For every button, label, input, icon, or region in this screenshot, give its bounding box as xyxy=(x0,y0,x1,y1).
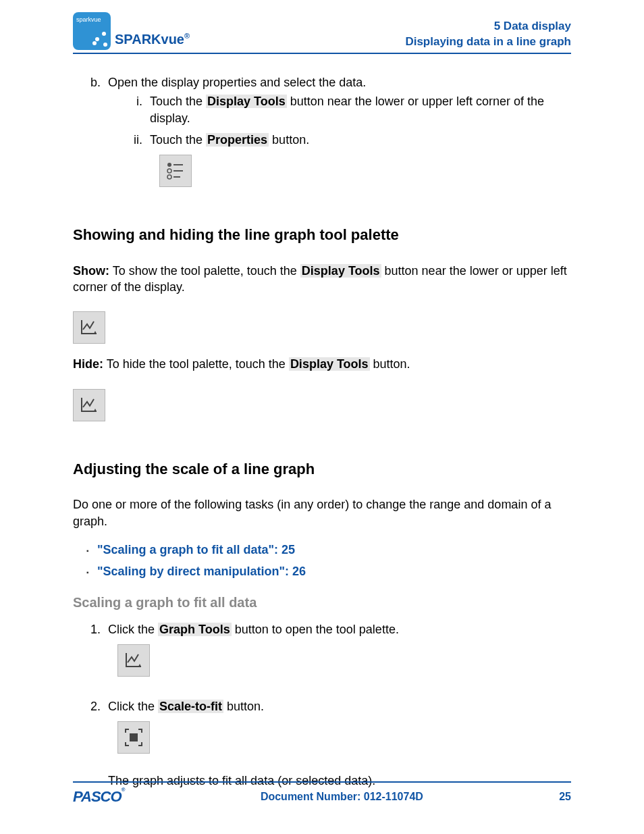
s1-post: button to open the tool palette. xyxy=(232,623,399,636)
page-number: 25 xyxy=(559,789,571,804)
header-titles: 5 Data display Displaying data in a line… xyxy=(405,19,571,50)
logo-text: sparkvue xyxy=(76,16,101,23)
xref-item-1: "Scaling a graph to fit all data": 25 xyxy=(86,542,571,558)
step-b-text: Open the display properties and select t… xyxy=(108,76,366,89)
brand-block: sparkvue SPARKvue® xyxy=(73,12,190,50)
document-number: Document Number: 012-11074D xyxy=(261,789,423,804)
hide-pre: To hide the tool palette, touch the xyxy=(103,357,289,371)
section-adjust-scale-title: Adjusting the scale of a line graph xyxy=(73,459,571,479)
page-content: Open the display properties and select t… xyxy=(73,74,571,789)
s1-pre: Click the xyxy=(108,623,158,636)
chapter-title: 5 Data display xyxy=(405,19,571,34)
subsection-scaling-fit: Scaling a graph to fit all data xyxy=(73,594,571,612)
scaling-step-2: Click the Scale-to-fit button. The graph… xyxy=(104,698,571,789)
xref-link-scaling-direct[interactable]: "Scaling by direct manipulation": 26 xyxy=(97,565,306,578)
step-b-sublist: Touch the Display Tools button near the … xyxy=(108,93,571,199)
brand-sup: ® xyxy=(184,32,190,40)
scaling-steps: Click the Graph Tools button to open the… xyxy=(73,621,571,789)
page-footer: PASCO® Document Number: 012-11074D 25 xyxy=(73,781,571,807)
sparkvue-logo-icon: sparkvue xyxy=(73,12,111,50)
s2-pre: Click the xyxy=(108,700,158,713)
show-paragraph: Show: To show the tool palette, touch th… xyxy=(73,263,571,296)
step-b-ii: Touch the Properties button. xyxy=(146,132,571,199)
svg-point-0 xyxy=(167,163,171,167)
xref-link-scaling-fit[interactable]: "Scaling a graph to fit all data": 25 xyxy=(97,543,295,556)
scale-to-fit-label: Scale-to-fit xyxy=(158,700,223,713)
properties-label: Properties xyxy=(206,133,269,147)
display-tools-label: Display Tools xyxy=(206,95,287,108)
brand-name-text: SPARKvue xyxy=(115,32,184,47)
hide-paragraph: Hide: To hide the tool palette, touch th… xyxy=(73,356,571,372)
adjust-intro: Do one or more of the following tasks (i… xyxy=(73,496,571,529)
svg-point-4 xyxy=(167,175,171,179)
scale-to-fit-icon xyxy=(117,721,150,754)
display-tools-label-2: Display Tools xyxy=(300,264,381,278)
step-b: Open the display properties and select t… xyxy=(104,74,571,199)
svg-point-2 xyxy=(167,169,171,173)
pasco-logo-text: PASCO xyxy=(73,788,122,805)
show-label: Show: xyxy=(73,264,109,278)
svg-rect-6 xyxy=(130,733,138,741)
hide-post: button. xyxy=(370,357,410,371)
graph-tools-label: Graph Tools xyxy=(158,623,232,636)
page-header: sparkvue SPARKvue® 5 Data display Displa… xyxy=(73,12,571,54)
properties-icon xyxy=(159,155,192,187)
graph-tools-icon xyxy=(73,311,105,344)
section-show-hide-title: Showing and hiding the line graph tool p… xyxy=(73,225,571,245)
xref-list: "Scaling a graph to fit all data": 25 "S… xyxy=(73,542,571,580)
hide-label: Hide: xyxy=(73,357,103,371)
graph-tools-icon-3 xyxy=(117,644,150,677)
show-pre: To show the tool palette, touch the xyxy=(109,264,300,278)
display-tools-label-3: Display Tools xyxy=(289,357,370,371)
step-b-i-pre: Touch the xyxy=(150,95,206,108)
section-title: Displaying data in a line graph xyxy=(405,34,571,50)
graph-tools-icon-2 xyxy=(73,389,105,421)
step-b-ii-pre: Touch the xyxy=(150,133,206,147)
brand-name: SPARKvue® xyxy=(115,30,190,50)
step-b-i: Touch the Display Tools button near the … xyxy=(146,93,571,126)
substep-list: Open the display properties and select t… xyxy=(73,74,571,199)
step-b-ii-post: button. xyxy=(269,133,309,147)
xref-item-2: "Scaling by direct manipulation": 26 xyxy=(86,563,571,579)
s2-post: button. xyxy=(223,700,264,713)
pasco-logo: PASCO® xyxy=(73,787,125,807)
scaling-step-1: Click the Graph Tools button to open the… xyxy=(104,621,571,689)
